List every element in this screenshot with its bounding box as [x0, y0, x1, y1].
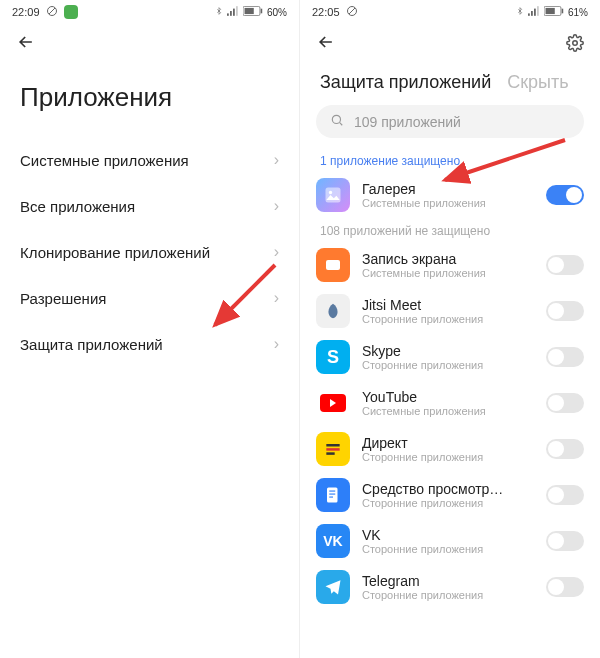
- svg-line-22: [340, 123, 343, 126]
- svg-rect-3: [230, 11, 232, 16]
- settings-menu: Системные приложения›Все приложения›Клон…: [0, 137, 299, 367]
- chevron-right-icon: ›: [274, 151, 279, 169]
- chevron-right-icon: ›: [274, 197, 279, 215]
- menu-item-label: Защита приложений: [20, 336, 163, 353]
- dnd-icon: [346, 5, 358, 19]
- app-row: Средство просмотр…Сторонние приложения: [300, 472, 600, 518]
- back-icon[interactable]: [16, 32, 36, 58]
- app-row: SSkypeСторонние приложения: [300, 334, 600, 380]
- app-name: VK: [362, 527, 534, 543]
- signal-icon: [528, 6, 540, 18]
- svg-rect-4: [233, 9, 235, 16]
- svg-rect-25: [326, 444, 339, 447]
- protection-toggle[interactable]: [546, 531, 584, 551]
- app-subtitle: Сторонние приложения: [362, 497, 534, 509]
- svg-rect-15: [534, 9, 536, 16]
- svg-rect-2: [227, 13, 229, 15]
- status-time: 22:05: [312, 6, 340, 18]
- status-bar: 22:05 61%: [300, 0, 600, 24]
- app-name: Skype: [362, 343, 534, 359]
- svg-point-24: [329, 191, 332, 194]
- skype-icon: S: [316, 340, 350, 374]
- app-row: ГалереяСистемные приложения: [300, 172, 600, 218]
- protection-toggle[interactable]: [546, 485, 584, 505]
- app-row: VKVKСторонние приложения: [300, 518, 600, 564]
- battery-icon: [544, 6, 564, 18]
- apps-settings-screen: 22:09 60%: [0, 0, 300, 658]
- app-name: YouTube: [362, 389, 534, 405]
- app-text: VKСторонние приложения: [362, 527, 534, 555]
- settings-menu-item[interactable]: Клонирование приложений›: [0, 229, 299, 275]
- app-name: Telegram: [362, 573, 534, 589]
- app-subtitle: Сторонние приложения: [362, 359, 534, 371]
- app-name: Средство просмотр…: [362, 481, 534, 497]
- app-subtitle: Системные приложения: [362, 197, 534, 209]
- svg-line-1: [49, 8, 55, 14]
- menu-item-label: Клонирование приложений: [20, 244, 210, 261]
- tabs: Защита приложений Скрыть: [300, 66, 600, 105]
- search-input[interactable]: 109 приложений: [316, 105, 584, 138]
- svg-rect-23: [326, 188, 341, 203]
- status-time: 22:09: [12, 6, 40, 18]
- app-name: Запись экрана: [362, 251, 534, 267]
- protection-toggle[interactable]: [546, 393, 584, 413]
- svg-rect-8: [261, 9, 263, 14]
- app-text: YouTubeСистемные приложения: [362, 389, 534, 417]
- youtube-icon: [316, 386, 350, 420]
- back-icon[interactable]: [316, 32, 336, 58]
- app-indicator-icon: [64, 5, 78, 19]
- menu-item-label: Все приложения: [20, 198, 135, 215]
- app-row: YouTubeСистемные приложения: [300, 380, 600, 426]
- protection-toggle[interactable]: [546, 577, 584, 597]
- svg-point-21: [332, 115, 340, 123]
- gallery-icon: [316, 178, 350, 212]
- svg-rect-26: [326, 448, 339, 451]
- vk-icon: VK: [316, 524, 350, 558]
- app-row: Запись экранаСистемные приложения: [300, 242, 600, 288]
- gear-icon[interactable]: [566, 34, 584, 57]
- app-text: TelegramСторонние приложения: [362, 573, 534, 601]
- settings-menu-item[interactable]: Защита приложений›: [0, 321, 299, 367]
- search-icon: [330, 113, 344, 130]
- app-protection-screen: 22:05 61%: [300, 0, 600, 658]
- protection-toggle[interactable]: [546, 347, 584, 367]
- topbar: [300, 24, 600, 66]
- protection-toggle[interactable]: [546, 301, 584, 321]
- page-title: Приложения: [0, 66, 299, 137]
- svg-rect-31: [329, 497, 333, 498]
- svg-rect-14: [531, 11, 533, 16]
- unprotected-apps-list: Запись экранаСистемные приложенияJitsi M…: [300, 242, 600, 610]
- search-placeholder: 109 приложений: [354, 114, 461, 130]
- menu-item-label: Разрешения: [20, 290, 106, 307]
- svg-rect-7: [245, 8, 254, 14]
- svg-rect-5: [236, 6, 238, 16]
- app-subtitle: Системные приложения: [362, 405, 534, 417]
- chevron-right-icon: ›: [274, 289, 279, 307]
- svg-rect-19: [562, 9, 564, 14]
- app-subtitle: Сторонние приложения: [362, 543, 534, 555]
- svg-rect-30: [329, 494, 335, 495]
- battery-percent: 61%: [568, 7, 588, 18]
- dnd-icon: [46, 5, 58, 19]
- svg-line-12: [349, 8, 355, 14]
- app-subtitle: Сторонние приложения: [362, 451, 534, 463]
- tab-protection[interactable]: Защита приложений: [320, 72, 491, 93]
- protection-toggle[interactable]: [546, 185, 584, 205]
- svg-rect-29: [329, 491, 335, 492]
- settings-menu-item[interactable]: Системные приложения›: [0, 137, 299, 183]
- section-unprotected: 108 приложений не защищено: [300, 218, 600, 242]
- record-icon: [316, 248, 350, 282]
- app-subtitle: Сторонние приложения: [362, 589, 534, 601]
- battery-percent: 60%: [267, 7, 287, 18]
- settings-menu-item[interactable]: Все приложения›: [0, 183, 299, 229]
- app-name: Галерея: [362, 181, 534, 197]
- protection-toggle[interactable]: [546, 255, 584, 275]
- app-name: Jitsi Meet: [362, 297, 534, 313]
- settings-menu-item[interactable]: Разрешения›: [0, 275, 299, 321]
- app-row: Jitsi MeetСторонние приложения: [300, 288, 600, 334]
- protection-toggle[interactable]: [546, 439, 584, 459]
- svg-point-20: [573, 40, 578, 45]
- menu-item-label: Системные приложения: [20, 152, 189, 169]
- tab-hide[interactable]: Скрыть: [507, 72, 568, 93]
- app-subtitle: Сторонние приложения: [362, 313, 534, 325]
